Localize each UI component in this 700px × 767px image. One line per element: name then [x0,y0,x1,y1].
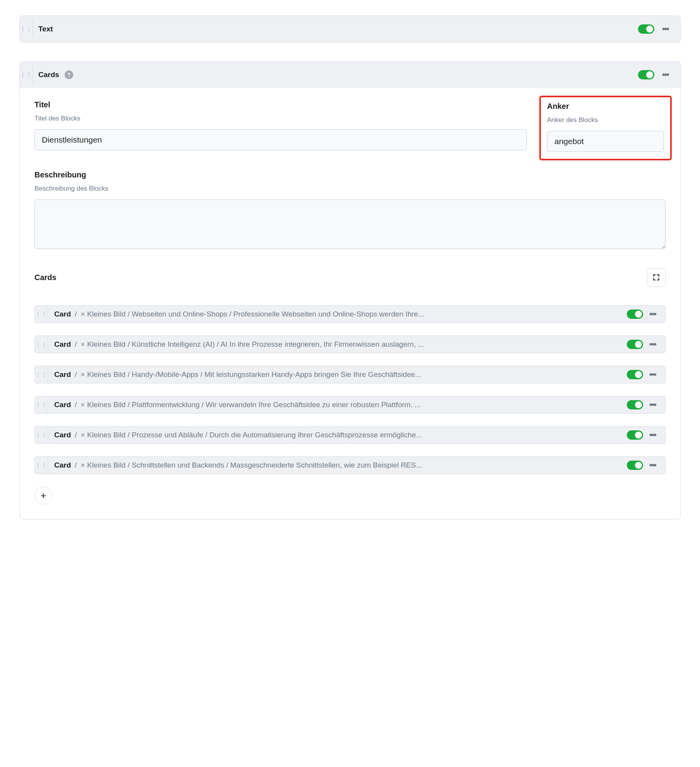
block-text: ⋮⋮ Text ••• [19,15,681,43]
more-icon[interactable]: ••• [647,339,658,349]
card-item[interactable]: ⋮⋮Card/×Kleines Bild / Schnittstellen un… [34,456,666,474]
field-sublabel: Anker des Blocks [547,116,664,124]
field-sublabel: Beschreibung des Blocks [34,185,666,193]
cards-section: Cards ⋮⋮Card/×Kleines Bild / Webseiten u… [34,268,666,504]
expand-icon [652,273,660,281]
field-sublabel: Titel des Blocks [34,115,527,122]
card-description: Kleines Bild / Schnittstellen und Backen… [87,461,621,469]
card-description: Kleines Bild / Künstliche Intelligenz (A… [87,340,621,349]
field-titel: Titel Titel des Blocks [34,100,527,153]
block-cards: ⋮⋮ Cards ? ••• Titel Titel des Blocks An… [19,61,681,519]
more-icon[interactable]: ••• [660,24,671,34]
block-body: Titel Titel des Blocks Anker Anker des B… [20,88,680,519]
card-description: Kleines Bild / Handy-/Mobile-Apps / Mit … [87,370,621,379]
drag-handle-icon[interactable]: ⋮⋮ [35,457,48,474]
section-title: Cards [34,273,57,282]
titel-input[interactable] [34,129,527,150]
separator: / [71,310,81,318]
drag-handle-icon[interactable]: ⋮⋮ [20,66,33,83]
close-icon: × [81,371,88,379]
card-label: Card [48,310,71,318]
close-icon: × [81,461,88,469]
block-title: Text [38,25,53,33]
beschreibung-textarea[interactable] [34,199,666,249]
toggle-enabled[interactable] [638,24,654,34]
more-icon[interactable]: ••• [647,430,658,440]
separator: / [71,431,81,439]
toggle-enabled[interactable] [627,400,643,409]
toggle-enabled[interactable] [627,461,643,470]
field-label: Anker [547,102,664,111]
field-label: Titel [34,100,527,109]
drag-handle-icon[interactable]: ⋮⋮ [35,366,48,383]
close-icon: × [81,310,88,318]
more-icon[interactable]: ••• [647,400,658,410]
help-icon[interactable]: ? [65,71,73,79]
close-icon: × [81,431,88,439]
highlight-box: Anker Anker des Blocks [539,96,672,160]
more-icon[interactable]: ••• [647,370,658,380]
drag-handle-icon[interactable]: ⋮⋮ [35,306,48,323]
more-icon[interactable]: ••• [647,460,658,470]
card-description: Kleines Bild / Prozesse und Abläufe / Du… [87,431,621,439]
card-item[interactable]: ⋮⋮Card/×Kleines Bild / Webseiten und Onl… [34,305,666,323]
toggle-enabled[interactable] [627,370,643,379]
field-anker: Anker Anker des Blocks [546,100,666,153]
card-item[interactable]: ⋮⋮Card/×Kleines Bild / Plattformentwickl… [34,396,666,414]
cards-list: ⋮⋮Card/×Kleines Bild / Webseiten und Onl… [34,305,666,474]
expand-button[interactable] [647,268,666,287]
more-icon[interactable]: ••• [660,70,671,80]
field-label: Beschreibung [34,170,666,179]
separator: / [71,401,81,409]
card-label: Card [48,401,71,409]
separator: / [71,340,81,349]
drag-handle-icon[interactable]: ⋮⋮ [35,426,48,444]
close-icon: × [81,401,88,409]
card-description: Kleines Bild / Plattformentwicklung / Wi… [87,401,621,409]
card-item[interactable]: ⋮⋮Card/×Kleines Bild / Prozesse und Ablä… [34,426,666,444]
card-item[interactable]: ⋮⋮Card/×Kleines Bild / Künstliche Intell… [34,335,666,353]
card-description: Kleines Bild / Webseiten und Online-Shop… [87,310,621,318]
close-icon: × [81,341,88,349]
separator: / [71,461,81,469]
card-label: Card [48,340,71,349]
block-title: Cards [38,71,59,79]
card-label: Card [48,431,71,439]
drag-handle-icon[interactable]: ⋮⋮ [35,336,48,353]
toggle-enabled[interactable] [638,70,654,79]
toggle-enabled[interactable] [627,340,643,349]
drag-handle-icon[interactable]: ⋮⋮ [35,396,48,413]
card-label: Card [48,370,71,379]
toggle-enabled[interactable] [627,430,643,440]
more-icon[interactable]: ••• [647,309,658,319]
card-item[interactable]: ⋮⋮Card/×Kleines Bild / Handy-/Mobile-App… [34,366,666,384]
toggle-enabled[interactable] [627,310,643,319]
anker-input[interactable] [547,131,664,152]
block-header[interactable]: ⋮⋮ Text ••• [20,16,680,42]
block-header[interactable]: ⋮⋮ Cards ? ••• [20,62,680,88]
add-card-button[interactable]: + [34,487,52,504]
field-beschreibung: Beschreibung Beschreibung des Blocks [34,170,666,251]
separator: / [71,370,81,379]
card-label: Card [48,461,71,469]
drag-handle-icon[interactable]: ⋮⋮ [20,21,33,38]
